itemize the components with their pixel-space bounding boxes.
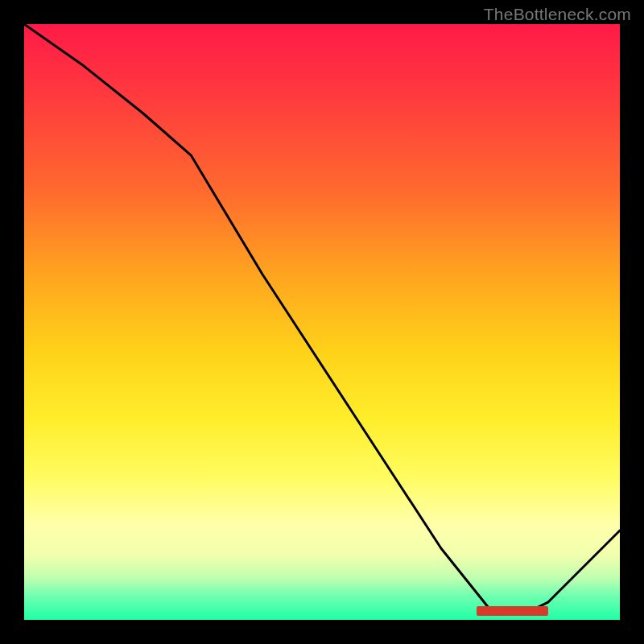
chart-frame: TheBottleneck.com OPTIMAL RANGE <box>0 0 644 644</box>
watermark-text: TheBottleneck.com <box>484 5 631 24</box>
bottleneck-curve <box>24 24 620 620</box>
optimal-range-label: OPTIMAL RANGE <box>478 607 540 616</box>
plot-area: OPTIMAL RANGE <box>24 24 620 620</box>
